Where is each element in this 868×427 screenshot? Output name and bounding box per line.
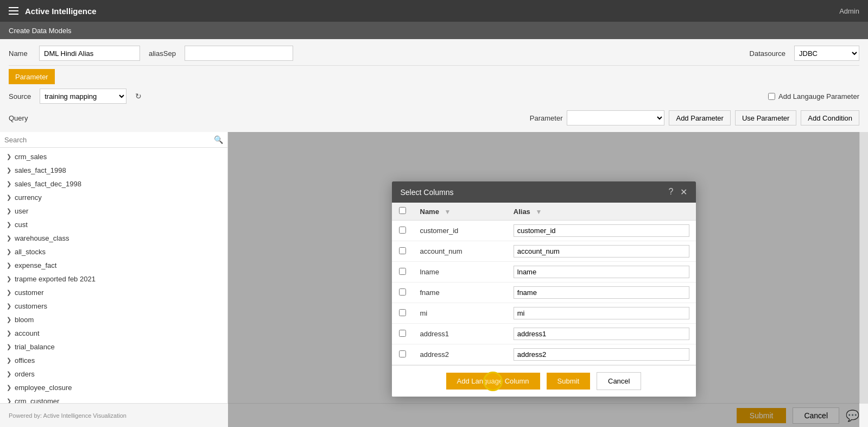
tree-arrow-icon: ❯ xyxy=(7,180,11,187)
add-language-column-button[interactable]: Add Language Column xyxy=(446,373,540,390)
alias-input-3[interactable] xyxy=(514,286,689,299)
tree-item[interactable]: ❯cust xyxy=(0,218,227,231)
tree-item[interactable]: ❯bloom xyxy=(0,313,227,326)
query-row: Query Parameter Add Parameter Use Parame… xyxy=(9,108,859,128)
row-name-cell: customer_id xyxy=(414,221,507,241)
row-alias-cell xyxy=(507,365,696,366)
alias-sep-input[interactable] xyxy=(185,46,293,61)
modal-header-icons: ? ✕ xyxy=(669,187,687,197)
parameter-button[interactable]: Parameter xyxy=(9,69,55,84)
row-checkbox-0[interactable] xyxy=(399,227,406,234)
source-row: Source training mapping ↻ Add Langauge P… xyxy=(9,89,859,104)
use-parameter-button[interactable]: Use Parameter xyxy=(735,110,796,125)
tree-list: ❯crm_sales❯sales_fact_1998❯sales_fact_de… xyxy=(0,148,227,427)
form-area: Name aliasSep Datasource JDBC Parameter … xyxy=(0,39,868,132)
powered-by-text: Powered by: Active Intelligence Visualiz… xyxy=(9,412,126,419)
tree-item[interactable]: ❯crm_sales xyxy=(0,150,227,164)
row-checkbox-cell xyxy=(392,344,414,365)
tree-item[interactable]: ❯customer xyxy=(0,286,227,299)
datasource-dropdown[interactable]: JDBC xyxy=(794,46,859,61)
tree-item[interactable]: ❯trial_balance xyxy=(0,340,227,354)
row-checkbox-cell xyxy=(392,303,414,324)
alias-input-2[interactable] xyxy=(514,266,689,278)
select-all-checkbox[interactable] xyxy=(399,207,406,214)
app-title: Active Intelligence xyxy=(25,7,97,16)
modal-table-container: Name ▼ Alias ▼ xyxy=(392,203,696,366)
alias-input-5[interactable] xyxy=(514,328,689,340)
add-lang-param-checkbox[interactable] xyxy=(768,93,775,100)
row-name-cell: address1 xyxy=(414,324,507,344)
help-icon[interactable]: ? xyxy=(669,187,674,197)
source-dropdown[interactable]: training mapping xyxy=(40,89,126,104)
modal-footer: Add Language Column Submit Cancel xyxy=(392,366,696,397)
name-filter-icon[interactable]: ▼ xyxy=(445,208,451,216)
row-checkbox-3[interactable] xyxy=(399,288,406,296)
alias-input-6[interactable] xyxy=(514,348,689,361)
select-columns-modal: Select Columns ? ✕ xyxy=(392,181,696,397)
tree-item[interactable]: ❯account xyxy=(0,326,227,340)
row-alias-cell xyxy=(507,221,696,241)
content-area: 🔍 ❯crm_sales❯sales_fact_1998❯sales_fact_… xyxy=(0,132,868,427)
row-alias-cell xyxy=(507,324,696,344)
tree-item[interactable]: ❯sales_fact_dec_1998 xyxy=(0,177,227,191)
alias-input-0[interactable] xyxy=(514,224,689,237)
table-row: address3 xyxy=(392,365,696,366)
row-checkbox-cell xyxy=(392,241,414,262)
row-checkbox-4[interactable] xyxy=(399,309,406,316)
tree-item[interactable]: ❯sales_fact_1998 xyxy=(0,164,227,177)
tree-arrow-icon: ❯ xyxy=(7,330,11,337)
tree-item[interactable]: ❯customers xyxy=(0,299,227,313)
menu-icon[interactable] xyxy=(9,7,18,15)
row-checkbox-5[interactable] xyxy=(399,330,406,337)
tree-arrow-icon: ❯ xyxy=(7,262,11,269)
cancel-modal-button[interactable]: Cancel xyxy=(597,372,641,390)
add-condition-button[interactable]: Add Condition xyxy=(801,110,859,125)
table-header-row: Name ▼ Alias ▼ xyxy=(392,203,696,221)
submit-modal-button[interactable]: Submit xyxy=(547,373,590,390)
search-input[interactable] xyxy=(4,136,211,144)
tree-item[interactable]: ❯trapme exported feb 2021 xyxy=(0,272,227,286)
row-name-cell: lname xyxy=(414,262,507,282)
close-icon[interactable]: ✕ xyxy=(680,187,687,197)
tree-arrow-icon: ❯ xyxy=(7,248,11,255)
row-alias-cell xyxy=(507,241,696,262)
tree-item[interactable]: ❯user xyxy=(0,204,227,218)
row-checkbox-6[interactable] xyxy=(399,350,406,357)
modal-body: Name ▼ Alias ▼ xyxy=(392,203,696,366)
right-scrollbar[interactable] xyxy=(859,132,868,427)
table-row: customer_id xyxy=(392,221,696,241)
top-bar-left: Active Intelligence xyxy=(9,7,97,16)
sub-bar: Create Data Models xyxy=(0,22,868,39)
tree-arrow-icon: ❯ xyxy=(7,153,11,160)
alias-input-1[interactable] xyxy=(514,245,689,258)
row-checkbox-cell xyxy=(392,365,414,366)
tree-item[interactable]: ❯employee_closure xyxy=(0,381,227,394)
datasource-label: Datasource xyxy=(750,49,785,58)
refresh-button[interactable]: ↻ xyxy=(135,92,142,101)
row-alias-cell xyxy=(507,262,696,282)
source-label: Source xyxy=(9,92,31,101)
admin-label: Admin xyxy=(839,7,859,15)
table-row: lname xyxy=(392,262,696,282)
tree-arrow-icon: ❯ xyxy=(7,167,11,174)
tree-arrow-icon: ❯ xyxy=(7,357,11,364)
tree-item[interactable]: ❯expense_fact xyxy=(0,259,227,272)
alias-input-4[interactable] xyxy=(514,307,689,319)
row-checkbox-2[interactable] xyxy=(399,268,406,275)
row-checkbox-cell xyxy=(392,221,414,241)
tree-arrow-icon: ❯ xyxy=(7,384,11,391)
name-input[interactable] xyxy=(39,46,140,61)
row-checkbox-1[interactable] xyxy=(399,247,406,254)
add-parameter-button[interactable]: Add Parameter xyxy=(669,110,730,125)
tree-item[interactable]: ❯all_stocks xyxy=(0,245,227,259)
alias-filter-icon[interactable]: ▼ xyxy=(535,208,542,216)
tree-arrow-icon: ❯ xyxy=(7,208,11,215)
tree-item[interactable]: ❯warehouse_class xyxy=(0,231,227,245)
modal-overlay: Select Columns ? ✕ xyxy=(228,132,859,427)
table-row: account_num xyxy=(392,241,696,262)
tree-item[interactable]: ❯currency xyxy=(0,191,227,204)
parameter-dropdown[interactable] xyxy=(567,110,664,125)
tree-item[interactable]: ❯offices xyxy=(0,354,227,367)
alias-sep-label: aliasSep xyxy=(149,49,176,58)
tree-item[interactable]: ❯orders xyxy=(0,367,227,381)
